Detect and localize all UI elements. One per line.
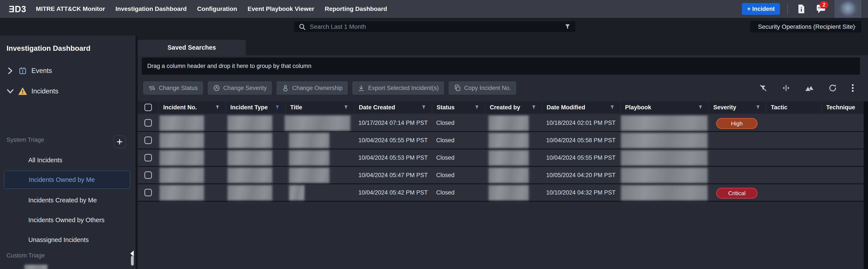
sidebar-item-incidents-created-by-me[interactable]: Incidents Created by Me <box>28 197 97 204</box>
table-row[interactable]: 10/04/2024 05:47 PM PST Closed 10/05/202… <box>138 167 864 184</box>
sidebar-item-events[interactable]: Events <box>0 66 135 76</box>
column-header-tactic[interactable]: Tactic <box>766 101 822 113</box>
sidebar-item-incidents[interactable]: Incidents <box>0 86 135 97</box>
change-ownership-button[interactable]: Change Ownership <box>277 81 348 95</box>
sidebar-item-incidents-owned-by-others[interactable]: Incidents Owned by Others <box>28 216 104 224</box>
filter-icon-active[interactable] <box>275 105 280 110</box>
redacted-created-by <box>489 168 529 183</box>
column-label: Technique <box>826 104 855 111</box>
custom-triage-item[interactable] <box>0 264 135 269</box>
nav-item-mitre-attack-monitor[interactable]: MITRE ATT&CK Monitor <box>36 5 105 12</box>
change-severity-button[interactable]: Change Severity <box>208 81 272 95</box>
row-checkbox[interactable] <box>145 171 152 179</box>
redacted-title <box>289 133 330 148</box>
sidebar-item-incidents-owned-by-me[interactable]: Incidents Owned by Me <box>4 171 130 189</box>
column-header-date-created[interactable]: Date Created <box>354 101 432 113</box>
pane-divider[interactable] <box>135 35 138 269</box>
investigation-dashboard-app: ƎD3 MITRE ATT&CK Monitor Investigation D… <box>0 0 868 269</box>
page-title: Investigation Dashboard <box>6 44 90 53</box>
filter-icon[interactable] <box>755 105 761 110</box>
chevron-down-icon[interactable] <box>6 89 14 94</box>
table-row[interactable]: 10/04/2024 05:55 PM PST Closed 10/04/202… <box>138 132 864 149</box>
redacted-playbook <box>621 185 708 200</box>
release-notes-icon[interactable] <box>795 3 807 15</box>
column-label: Severity <box>713 104 736 111</box>
copy-incident-no-button[interactable]: Copy Incident No. <box>448 81 516 95</box>
column-label: Incident No. <box>163 104 197 111</box>
column-header-playbook[interactable]: Playbook <box>620 101 709 113</box>
chevron-right-icon[interactable] <box>6 67 14 74</box>
nav-item-investigation-dashboard[interactable]: Investigation Dashboard <box>116 5 187 12</box>
change-ownership-icon <box>282 84 289 92</box>
sidebar-collapse-handle[interactable] <box>130 250 134 257</box>
search-filter-icon[interactable] <box>564 23 571 30</box>
redacted-incident-type <box>227 150 272 166</box>
autofit-columns-icon[interactable] <box>805 84 814 92</box>
redacted-title <box>284 115 350 131</box>
chat-notifications-button[interactable]: 2 <box>815 3 827 15</box>
tab-saved-searches[interactable]: Saved Searches <box>138 40 246 55</box>
change-status-button[interactable]: Change Status <box>143 81 203 95</box>
row-checkbox[interactable] <box>145 137 152 144</box>
filter-icon[interactable] <box>698 105 703 110</box>
cell-date-created: 10/04/2024 05:47 PM PST <box>354 167 432 183</box>
sidebar-events-label: Events <box>31 67 52 75</box>
column-header-severity[interactable]: Severity <box>709 101 766 113</box>
nav-item-configuration[interactable]: Configuration <box>197 5 237 12</box>
sidebar-item-all-incidents[interactable]: All Incidents <box>28 157 62 164</box>
table-row[interactable]: 10/04/2024 05:53 PM PST Closed 10/04/202… <box>138 149 864 167</box>
change-status-label: Change Status <box>159 85 198 92</box>
column-header-created-by[interactable]: Created by <box>485 101 542 113</box>
filter-icon[interactable] <box>421 105 426 110</box>
user-avatar[interactable] <box>834 0 862 18</box>
column-label: Playbook <box>625 104 651 111</box>
clear-filters-icon[interactable] <box>759 84 767 92</box>
column-header-date-modified[interactable]: Date Modified <box>542 101 620 113</box>
cell-status: Closed <box>432 132 485 148</box>
add-incident-view-button[interactable] <box>113 135 126 148</box>
filter-icon[interactable] <box>215 105 220 110</box>
table-row[interactable]: 10/17/2024 07:14 PM PST Closed 10/18/202… <box>138 114 864 132</box>
filter-icon[interactable] <box>610 105 615 110</box>
filter-icon[interactable] <box>344 105 348 110</box>
more-options-kebab-icon[interactable] <box>851 83 854 92</box>
cell-date-modified: 10/04/2024 05:55 PM PST <box>542 149 620 166</box>
redacted-title <box>289 168 330 183</box>
export-selected-incidents-button[interactable]: Export Selected Incident(s) <box>352 81 444 95</box>
refresh-icon[interactable] <box>828 83 837 92</box>
new-incident-button[interactable]: + Incident <box>742 3 780 15</box>
filter-icon[interactable] <box>474 105 479 110</box>
row-checkbox[interactable] <box>145 119 152 127</box>
bulk-actions-toolbar: Change Status Change Severity Change Own… <box>143 81 516 95</box>
table-vertical-scrollbar[interactable] <box>864 101 868 269</box>
redacted-incident-no <box>159 150 204 166</box>
incidents-warning-icon <box>18 87 27 95</box>
global-search-bar[interactable] <box>293 21 576 32</box>
export-download-icon <box>358 84 365 92</box>
column-header-status[interactable]: Status <box>432 101 485 113</box>
column-header-technique[interactable]: Technique <box>822 101 860 113</box>
severity-badge-critical: Critical <box>716 188 757 199</box>
filter-icon[interactable] <box>531 105 536 110</box>
nav-item-reporting-dashboard[interactable]: Reporting Dashboard <box>324 5 387 12</box>
select-all-checkbox[interactable] <box>145 104 152 111</box>
copy-icon <box>454 84 461 92</box>
chevron-down-icon <box>855 25 856 29</box>
group-by-drop-zone[interactable]: Drag a column header and drop it here to… <box>142 58 860 75</box>
column-label: Status <box>437 104 455 111</box>
column-header-title[interactable]: Title <box>285 101 354 113</box>
site-selector-dropdown[interactable]: Security Operations (Recipient Site) <box>750 21 862 32</box>
nav-item-event-playbook-viewer[interactable]: Event Playbook Viewer <box>248 5 314 12</box>
table-row[interactable]: 10/04/2024 05:42 PM PST Closed 10/10/202… <box>138 184 864 202</box>
search-input[interactable] <box>310 23 564 30</box>
resize-columns-icon[interactable] <box>782 84 790 92</box>
redacted-created-by <box>489 115 529 131</box>
sidebar-item-unassigned-incidents[interactable]: Unassigned Incidents <box>28 236 89 243</box>
column-header-incident-no[interactable]: Incident No. <box>158 101 225 113</box>
top-navbar: ƎD3 MITRE ATT&CK Monitor Investigation D… <box>0 0 868 18</box>
cell-date-modified: 10/18/2024 02:01 PM PST <box>542 114 620 131</box>
column-header-incident-type[interactable]: Incident Type <box>225 101 285 113</box>
sidebar-scrollbar-thumb[interactable] <box>131 256 134 266</box>
row-checkbox[interactable] <box>145 154 152 161</box>
row-checkbox[interactable] <box>145 189 152 196</box>
